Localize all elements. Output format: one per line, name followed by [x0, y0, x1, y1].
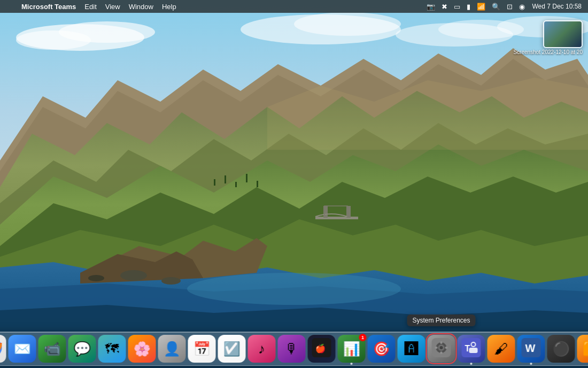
svg-rect-16: [214, 179, 215, 186]
svg-rect-17: [225, 175, 226, 183]
screenshot-thumbnail-image: [544, 21, 582, 47]
svg-rect-11: [323, 206, 328, 218]
dock-icon-facetime[interactable]: 📹: [38, 335, 66, 363]
svg-rect-41: [445, 347, 448, 349]
menu-view[interactable]: View: [101, 0, 125, 13]
dock-icon-appletv-glyph: 🍎: [312, 338, 331, 359]
dock-icon-numbers-glyph: 📊: [343, 342, 360, 356]
wifi-icon[interactable]: 📶: [475, 3, 487, 11]
menubar: Microsoft Teams Edit View Window Help 📷 …: [0, 0, 588, 13]
desktop: Microsoft Teams Edit View Window Help 📷 …: [0, 0, 588, 368]
svg-rect-40: [435, 347, 438, 349]
menu-window[interactable]: Window: [125, 0, 158, 13]
svg-rect-46: [469, 348, 478, 353]
svg-rect-10: [315, 217, 358, 219]
dock-icon-music-glyph: ♪: [258, 342, 265, 356]
dock-icon-word-glyph: W: [522, 338, 541, 359]
dock-icon-chrome-glyph: [0, 338, 2, 359]
background-landscape: [0, 0, 588, 368]
siri-icon[interactable]: ◉: [517, 3, 527, 11]
svg-point-9: [187, 273, 401, 305]
svg-rect-19: [246, 174, 247, 182]
dock-icon-photos-glyph: 🌸: [134, 342, 151, 356]
dock-icon-maps-glyph: 🗺: [105, 342, 119, 356]
menubar-right: 📷 ✖ ▭ ▮ 📶 🔍 ⊡ ◉ Wed 7 Dec 10:58: [425, 3, 584, 11]
dock-icon-word[interactable]: W: [517, 335, 545, 363]
dock-icon-keynote-glyph: 🎯: [373, 342, 390, 356]
dock: 🚀🧭✉️📹💬🗺🌸👤📅☑️♪🎙🍎📊1🎯🅰 T🖌W⚫🟧📈📁: [0, 332, 588, 366]
svg-text:🍎: 🍎: [315, 343, 326, 354]
menubar-left: Microsoft Teams Edit View Window Help: [4, 0, 181, 13]
dock-icon-contacts[interactable]: 👤: [158, 335, 186, 363]
display-icon[interactable]: ▭: [452, 3, 462, 11]
svg-rect-39: [440, 351, 443, 354]
dock-icon-teams-glyph: T: [462, 338, 481, 359]
dock-icon-maps[interactable]: 🗺: [98, 335, 126, 363]
svg-point-37: [440, 346, 443, 349]
dock-icon-teams-dot: [470, 363, 473, 365]
svg-rect-20: [257, 181, 258, 187]
dock-icon-appstore-glyph: 🅰: [405, 342, 419, 356]
notification-badge-numbers: 1: [359, 334, 367, 341]
dock-icon-podcasts[interactable]: 🎙: [278, 335, 306, 363]
app-name[interactable]: Microsoft Teams: [17, 0, 80, 13]
camera-icon[interactable]: 📷: [425, 3, 437, 11]
dock-icon-photos[interactable]: 🌸: [128, 335, 156, 363]
dock-icon-chrome[interactable]: [0, 335, 6, 363]
dock-icon-appstore[interactable]: 🅰: [398, 335, 425, 363]
dock-icon-teams[interactable]: T: [458, 335, 485, 363]
dock-icon-contacts-glyph: 👤: [164, 342, 181, 356]
svg-rect-18: [235, 182, 237, 187]
dock-icon-paint-glyph: 🖌: [494, 342, 508, 356]
dock-icon-numbers-dot: [351, 363, 353, 365]
dock-icon-control-glyph: ⚫: [553, 342, 570, 356]
dock-icon-numbers[interactable]: 📊1: [338, 335, 366, 363]
dock-icon-control[interactable]: ⚫: [547, 335, 575, 363]
screen-record-icon[interactable]: ⊡: [505, 3, 514, 11]
dock-icon-word-dot: [530, 363, 532, 365]
dock-icon-mail-glyph: ✉️: [14, 342, 31, 356]
search-icon[interactable]: 🔍: [490, 3, 502, 11]
dock-icon-browser-glyph: 🟧: [583, 342, 589, 356]
datetime: Wed 7 Dec 10:58: [530, 3, 584, 10]
screenshot-thumbnail[interactable]: [543, 20, 583, 48]
dock-icon-keynote[interactable]: 🎯: [368, 335, 396, 363]
screenshot-label: Screenshot 2022-12-10 at 20: [513, 49, 583, 55]
dock-icon-facetime-glyph: 📹: [44, 342, 61, 356]
svg-rect-38: [440, 341, 443, 344]
svg-point-3: [16, 30, 91, 50]
bluetooth-icon[interactable]: ✖: [440, 3, 449, 11]
menu-edit[interactable]: Edit: [80, 0, 100, 13]
svg-point-45: [472, 343, 475, 346]
dock-icon-appletv[interactable]: 🍎: [308, 335, 336, 363]
dock-icon-messages[interactable]: 💬: [68, 335, 96, 363]
dock-icon-reminders[interactable]: ☑️: [218, 335, 246, 363]
svg-text:W: W: [525, 342, 536, 354]
svg-point-5: [294, 12, 401, 36]
dock-icon-podcasts-glyph: 🎙: [285, 342, 299, 356]
dock-container: System Preferences 🚀🧭✉️📹💬🗺🌸👤📅☑️♪🎙🍎📊1🎯🅰 T…: [0, 332, 588, 366]
dock-icon-music[interactable]: ♪: [248, 335, 276, 363]
dock-icon-reminders-glyph: ☑️: [223, 342, 241, 356]
dock-icon-mail[interactable]: ✉️: [9, 335, 36, 363]
svg-point-14: [161, 277, 181, 285]
dock-icon-calendar[interactable]: 📅: [188, 335, 216, 363]
svg-point-15: [88, 275, 104, 281]
apple-menu[interactable]: [4, 0, 13, 13]
menu-help[interactable]: Help: [158, 0, 181, 13]
dock-icon-messages-glyph: 💬: [74, 342, 91, 356]
svg-point-13: [120, 270, 147, 281]
dock-icon-paint[interactable]: 🖌: [488, 335, 515, 363]
dock-icon-sysprefs-glyph: [432, 338, 451, 359]
battery-icon[interactable]: ▮: [465, 3, 472, 11]
dock-icon-browser[interactable]: 🟧: [577, 335, 589, 363]
dock-icon-sysprefs[interactable]: [428, 335, 455, 363]
dock-icon-calendar-glyph: 📅: [194, 342, 211, 356]
